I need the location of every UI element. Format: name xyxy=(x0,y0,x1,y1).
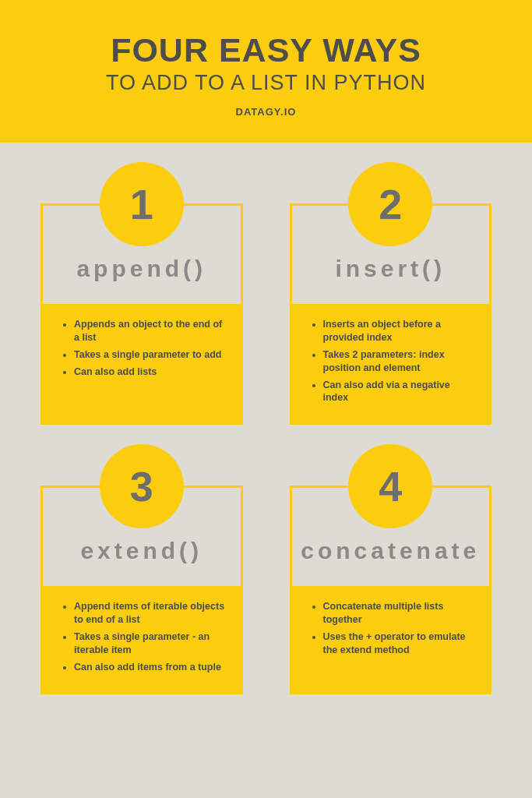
bullet-point: Takes 2 parameters: index position and e… xyxy=(323,348,474,375)
number-badge: 1 xyxy=(100,162,184,246)
method-description: Concatenate multiple lists together Uses… xyxy=(292,586,490,691)
method-card-append: 1 append() Appends an object to the end … xyxy=(41,203,243,425)
number-badge: 4 xyxy=(348,444,432,528)
badge-number: 2 xyxy=(379,180,402,228)
brand-label: DATAGY.IO xyxy=(16,106,516,118)
bullet-point: Can also add items from a tuple xyxy=(74,661,225,674)
method-card-extend: 3 extend() Append items of iterable obje… xyxy=(41,486,243,694)
bullet-point: Can also add via a negative index xyxy=(323,379,474,405)
bullet-point: Inserts an object before a provided inde… xyxy=(323,318,474,344)
cards-grid: 1 append() Appends an object to the end … xyxy=(0,143,532,726)
number-badge: 3 xyxy=(100,444,184,528)
method-card-insert: 2 insert() Inserts an object before a pr… xyxy=(290,203,492,425)
badge-number: 1 xyxy=(130,180,153,228)
badge-number: 3 xyxy=(130,462,153,510)
bullet-point: Append items of iterable objects to end … xyxy=(74,600,225,627)
bullet-point: Concatenate multiple lists together xyxy=(323,600,474,627)
method-card-concatenate: 4 concatenate Concatenate multiple lists… xyxy=(290,486,492,694)
badge-number: 4 xyxy=(379,462,402,510)
method-description: Inserts an object before a provided inde… xyxy=(292,304,490,422)
page-title: FOUR EASY WAYS xyxy=(16,31,516,69)
header: FOUR EASY WAYS TO ADD TO A LIST IN PYTHO… xyxy=(0,0,532,143)
bullet-point: Can also add lists xyxy=(74,365,225,379)
method-description: Appends an object to the end of a list T… xyxy=(43,304,241,422)
bullet-point: Appends an object to the end of a list xyxy=(74,318,225,344)
bullet-point: Takes a single parameter - an iterable i… xyxy=(74,630,225,657)
bullet-point: Uses the + operator to emulate the exten… xyxy=(323,630,474,657)
bullet-point: Takes a single parameter to add xyxy=(74,348,225,362)
number-badge: 2 xyxy=(348,162,432,246)
method-description: Append items of iterable objects to end … xyxy=(43,586,241,691)
page-subtitle: TO ADD TO A LIST IN PYTHON xyxy=(16,71,516,95)
